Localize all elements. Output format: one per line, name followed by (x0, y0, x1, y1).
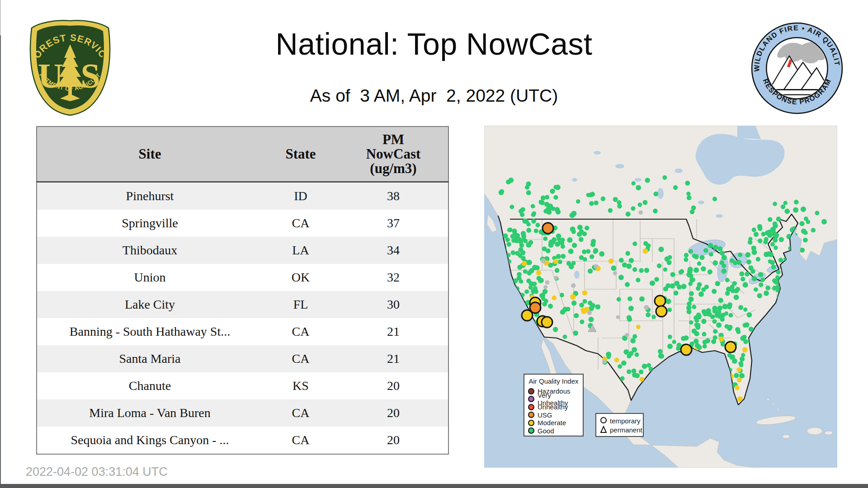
site-marker (542, 317, 552, 328)
left-edge-line (0, 0, 1, 35)
table-row: Sequoia and Kings Canyon - ...CA20 (37, 427, 448, 454)
page-subtitle: As of 3 AM, Apr 2, 2022 (UTC) (310, 86, 558, 106)
value-cell: 37 (339, 210, 448, 237)
aqi-legend: Air Quality Index HazardousVery Unhealth… (524, 374, 584, 436)
value-cell: 30 (339, 291, 448, 318)
bottom-bar (0, 484, 868, 488)
table-row: Mira Loma - Van BurenCA20 (37, 399, 448, 427)
state-cell: FL (263, 291, 339, 318)
state-cell: CA (263, 427, 339, 454)
value-cell: 20 (339, 399, 448, 427)
temporary-shape-icon (600, 417, 607, 425)
site-cell: Santa Maria (37, 345, 263, 372)
state-cell: CA (263, 399, 339, 427)
site-marker (725, 342, 736, 352)
site-cell: Pinehurst (37, 182, 263, 210)
legend-label: temporary (610, 417, 641, 425)
value-cell: 38 (339, 182, 448, 210)
site-marker (656, 306, 667, 317)
value-cell: 32 (339, 264, 448, 291)
site-cell: Union (37, 264, 263, 291)
state-cell: LA (263, 237, 339, 264)
table-body: PinehurstID38SpringvilleCA37ThibodauxLA3… (37, 182, 448, 455)
site-cell: Lake City (37, 291, 263, 318)
value-cell: 20 (339, 372, 448, 399)
site-cell: Chanute (37, 372, 263, 399)
legend-item: temporary (600, 416, 639, 425)
legend-label: Moderate (538, 419, 566, 427)
dashboard: FOREST SERVICE DEPARTMENT OF AGRICULTURE… (0, 0, 868, 488)
table-row: UnionOK32 (37, 264, 448, 291)
table-row: SpringvilleCA37 (37, 210, 448, 237)
usfs-letter-u: U (38, 56, 63, 95)
site-cell: Springville (37, 210, 263, 237)
site-cell: Banning - South Hathaway St... (37, 318, 263, 345)
state-cell: CA (263, 210, 339, 237)
legend-color-dot (528, 420, 534, 426)
legend-item: Moderate (528, 419, 579, 427)
table-row: PinehurstID38 (37, 182, 448, 210)
left-edge-line (0, 35, 1, 484)
legend-color-dot (528, 427, 534, 434)
site-cell: Thibodaux (37, 237, 263, 264)
value-cell: 21 (339, 345, 448, 372)
site-marker (522, 310, 533, 321)
legend-item: USG (528, 411, 579, 419)
site-marker (542, 223, 553, 234)
table-row: ThibodauxLA34 (37, 237, 448, 264)
legend-color-dot (528, 412, 534, 418)
state-cell: KS (263, 372, 339, 399)
shape-legend: temporary permanent (595, 413, 644, 437)
state-cell: CA (263, 345, 339, 372)
table-row: Lake CityFL30 (37, 291, 448, 318)
value-cell: 20 (339, 427, 448, 454)
table-row: ChanuteKS20 (37, 372, 448, 399)
state-cell: OK (263, 264, 339, 291)
col-state: State (263, 127, 339, 182)
top-sites-table: Site State PM NowCast (ug/m3) PinehurstI… (36, 126, 448, 446)
col-pm-nowcast: PM NowCast (ug/m3) (339, 127, 448, 182)
timestamp: 2022-04-02 03:31:04 UTC (26, 465, 168, 479)
program-logo: WILDLAND FIRE • AIR QUALITY RESPONSE PRO… (750, 21, 844, 115)
aqi-legend-title: Air Quality Index (528, 377, 579, 385)
page-title: National: Top NowCast (276, 26, 593, 61)
legend-label: permanent (610, 426, 642, 434)
site-marker (681, 344, 692, 355)
legend-item: Good (528, 427, 579, 435)
table-row: Santa MariaCA21 (37, 345, 448, 372)
col-site: Site (37, 127, 263, 182)
legend-item: Very Unhealthy (528, 395, 579, 404)
value-cell: 34 (339, 237, 448, 264)
legend-label: Good (538, 427, 554, 435)
map-canvas: Air Quality Index HazardousVery Unhealth… (484, 126, 837, 468)
legend-color-dot (528, 396, 534, 402)
table-header-row: Site State PM NowCast (ug/m3) (37, 127, 448, 182)
site-marker (655, 296, 665, 306)
legend-color-dot (528, 388, 534, 394)
usfs-letter-s: S (80, 56, 100, 95)
permanent-shape-icon (600, 426, 607, 434)
site-cell: Mira Loma - Van Buren (37, 399, 263, 427)
forest-service-logo: FOREST SERVICE DEPARTMENT OF AGRICULTURE… (27, 19, 113, 117)
state-cell: ID (263, 182, 339, 210)
legend-item: permanent (600, 425, 639, 434)
state-cell: CA (263, 318, 339, 345)
site-cell: Sequoia and Kings Canyon - ... (37, 427, 263, 454)
legend-label: Unhealthy (538, 403, 568, 411)
legend-label: USG (538, 411, 552, 419)
legend-color-dot (528, 404, 534, 410)
table-row: Banning - South Hathaway St...CA21 (37, 318, 448, 345)
value-cell: 21 (339, 318, 448, 345)
